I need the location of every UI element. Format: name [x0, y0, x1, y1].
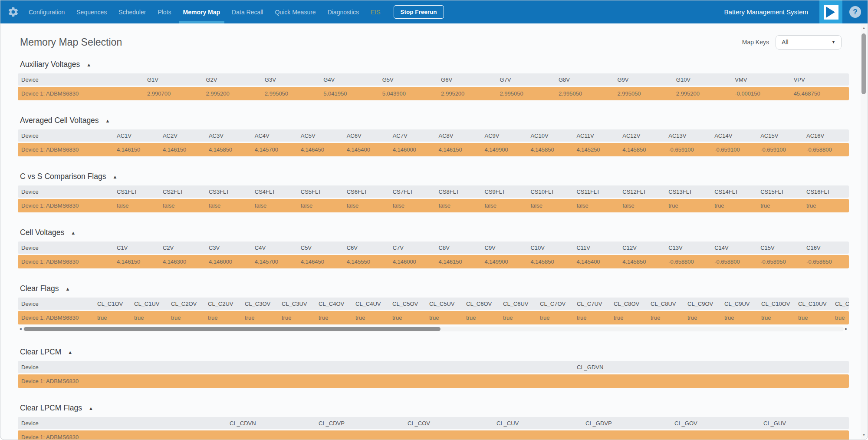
cell-value-c14v: -0.658800: [711, 258, 757, 265]
column-header-c13v: C13V: [665, 245, 711, 251]
column-header-ac11v: AC11V: [573, 132, 619, 139]
cell-value-cs4flt: false: [251, 202, 297, 209]
section-header-cell-voltages[interactable]: Cell Voltages▲: [18, 228, 850, 237]
column-header-cl-cdvp: CL_CDVP: [315, 420, 404, 427]
cell-value-ac10v: 4.145850: [527, 146, 573, 153]
cell-value-ac6v: 4.145400: [343, 146, 389, 153]
scroll-down-icon[interactable]: ▼: [861, 433, 867, 437]
column-header-c12v: C12V: [619, 245, 665, 251]
cell-value-ac7v: 4.146000: [389, 146, 435, 153]
device-data-row[interactable]: Device 1: ADBMS6830: [18, 430, 849, 440]
nav-item-scheduler[interactable]: Scheduler: [118, 0, 146, 23]
nav-item-memory-map[interactable]: Memory Map: [183, 0, 220, 23]
nav-item-eis[interactable]: EIS: [371, 0, 381, 23]
device-data-row[interactable]: Device 1: ADBMS6830truetruetruetruetruet…: [18, 311, 849, 324]
collapse-arrow-icon[interactable]: ▲: [65, 286, 70, 291]
column-header-cl-c10uv: CL_C10UV: [795, 301, 832, 307]
column-header-c9v: C9V: [481, 245, 527, 251]
section-title: Clear LPCM: [20, 347, 61, 357]
cell-value-g9v: 2.995050: [614, 90, 672, 97]
map-keys-select[interactable]: All ▼: [776, 35, 842, 50]
device-cell: Device 1: ADBMS6830: [18, 314, 94, 321]
column-header-c3v: C3V: [205, 245, 251, 251]
cell-value-c10v: 4.145850: [527, 258, 573, 265]
collapse-arrow-icon[interactable]: ▲: [68, 350, 72, 355]
device-data-row[interactable]: Device 1: ADBMS68304.1461504.1463004.146…: [18, 255, 849, 268]
section-header-clear-flags[interactable]: Clear Flags▲: [18, 284, 850, 293]
nav-item-data-recall[interactable]: Data Recall: [232, 0, 263, 23]
section-header-c-vs-s-comparison-flags[interactable]: C vs S Comparison Flags▲: [18, 172, 850, 181]
device-cell: Device 1: ADBMS6830: [18, 202, 113, 209]
column-header-g2v: G2V: [202, 76, 261, 83]
cell-value-vmv: -0.000150: [731, 90, 790, 97]
scroll-right-icon[interactable]: ►: [844, 326, 849, 332]
vertical-scroll-thumb[interactable]: [861, 33, 866, 94]
column-header-ac12v: AC12V: [619, 132, 665, 139]
nav-item-configuration[interactable]: Configuration: [29, 0, 65, 23]
device-data-row[interactable]: Device 1: ADBMS6830falsefalsefalsefalsef…: [18, 199, 849, 212]
cell-value-g6v: 2.995200: [437, 90, 496, 97]
nav-item-sequences[interactable]: Sequences: [76, 0, 107, 23]
column-header-cs14flt: CS14FLT: [711, 189, 757, 195]
cell-value-cl-c7ov: true: [536, 314, 573, 321]
column-header-g8v: G8V: [555, 76, 614, 83]
table-clear-lpcm: DeviceCL_GDVNDevice 1: ADBMS6830: [18, 361, 849, 388]
column-header-g3v: G3V: [261, 76, 320, 83]
column-header-cl-c1ov: CL_C1OV: [94, 301, 131, 307]
cell-value-c1v: 4.146150: [113, 258, 159, 265]
cell-value-ac14v: -0.659100: [711, 146, 757, 153]
column-header-c6v: C6V: [343, 245, 389, 251]
column-header-cl-c3ov: CL_C3OV: [241, 301, 278, 307]
device-data-row[interactable]: Device 1: ADBMS6830: [18, 374, 849, 388]
section-header-auxiliary-voltages[interactable]: Auxiliary Voltages▲: [18, 60, 850, 69]
vertical-scrollbar[interactable]: ▲ ▼: [861, 24, 867, 439]
cell-value-cs5flt: false: [297, 202, 343, 209]
column-header-cs5flt: CS5FLT: [297, 189, 343, 195]
cell-value-cl-c8uv: true: [647, 314, 684, 321]
nav-item-quick-measure[interactable]: Quick Measure: [275, 0, 316, 23]
section-c-vs-s-comparison-flags: C vs S Comparison Flags▲DeviceCS1FLTCS2F…: [18, 172, 850, 212]
collapse-arrow-icon[interactable]: ▲: [112, 174, 117, 179]
column-header-g7v: G7V: [496, 76, 555, 83]
horizontal-scrollbar[interactable]: ◄►: [18, 326, 849, 332]
device-data-row[interactable]: Device 1: ADBMS68304.1461504.1461504.145…: [18, 143, 849, 156]
collapse-arrow-icon[interactable]: ▲: [86, 62, 91, 67]
column-header-cl-c9ov: CL_C9OV: [684, 301, 721, 307]
cell-value-cl-c4uv: true: [352, 314, 389, 321]
horizontal-scroll-track[interactable]: [23, 327, 844, 331]
scroll-up-icon[interactable]: ▲: [861, 26, 867, 30]
play-triangle-logo-icon[interactable]: [819, 0, 842, 23]
section-header-averaged-cell-voltages[interactable]: Averaged Cell Voltages▲: [18, 116, 850, 125]
nav-item-plots[interactable]: Plots: [158, 0, 171, 23]
help-icon[interactable]: ?: [849, 6, 861, 18]
collapse-arrow-icon[interactable]: ▲: [71, 230, 76, 235]
collapse-arrow-icon[interactable]: ▲: [89, 406, 93, 411]
table-header-row: DeviceCL_GDVN: [18, 361, 849, 373]
column-header-g4v: G4V: [320, 76, 378, 83]
column-header-c15v: C15V: [757, 245, 803, 251]
device-data-row[interactable]: Device 1: ADBMS68302.9907002.9952002.995…: [18, 87, 849, 100]
section-auxiliary-voltages: Auxiliary Voltages▲DeviceG1VG2VG3VG4VG5V…: [18, 60, 850, 100]
gear-icon[interactable]: [7, 6, 19, 18]
column-header-cs7flt: CS7FLT: [389, 189, 435, 195]
column-header-c8v: C8V: [435, 245, 481, 251]
collapse-arrow-icon[interactable]: ▲: [105, 118, 110, 123]
cell-value-ac5v: 4.146450: [297, 146, 343, 153]
section-clear-lpcm: Clear LPCM▲DeviceCL_GDVNDevice 1: ADBMS6…: [18, 347, 850, 388]
cell-value-c16v: -0.658650: [803, 258, 849, 265]
cell-value-c2v: 4.146300: [159, 258, 205, 265]
column-header-g5v: G5V: [379, 76, 437, 83]
column-header-ac13v: AC13V: [665, 132, 711, 139]
cell-value-cs1flt: false: [113, 202, 159, 209]
scroll-left-icon[interactable]: ◄: [18, 326, 23, 332]
stop-freerun-button[interactable]: Stop Freerun: [394, 5, 444, 19]
horizontal-scroll-thumb[interactable]: [24, 327, 441, 331]
brand-title: Battery Management System: [724, 8, 808, 16]
section-header-clear-lpcm-flags[interactable]: Clear LPCM Flags▲: [18, 404, 850, 413]
section-header-clear-lpcm[interactable]: Clear LPCM▲: [18, 347, 850, 357]
column-header-cl-gdvn: CL_GDVN: [573, 364, 849, 371]
nav-item-diagnostics[interactable]: Diagnostics: [328, 0, 359, 23]
column-header-cs11flt: CS11FLT: [573, 189, 619, 195]
cell-value-ac16v: -0.658800: [803, 146, 849, 153]
column-header-cl-c8ov: CL_C8OV: [610, 301, 647, 307]
